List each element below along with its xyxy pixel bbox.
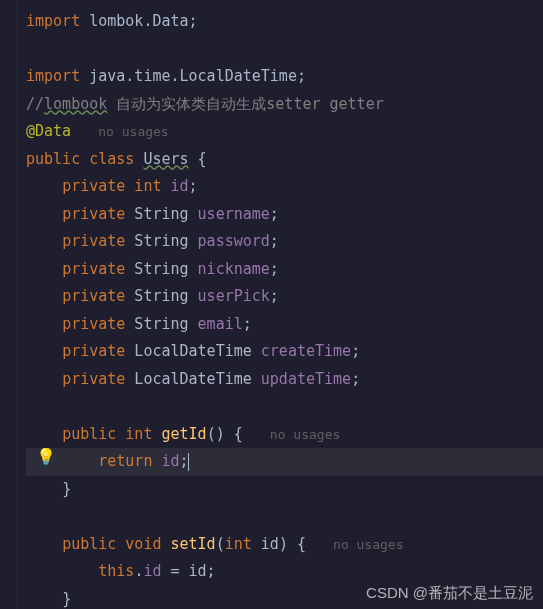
watermark: CSDN @番茄不是土豆泥 xyxy=(366,584,533,603)
usage-hint: no usages xyxy=(270,427,340,442)
code-line: import java.time.LocalDateTime; xyxy=(26,63,543,91)
code-line xyxy=(26,393,543,421)
code-line: @Data no usages xyxy=(26,118,543,146)
code-line: private String username; xyxy=(26,201,543,229)
code-line xyxy=(26,503,543,531)
usage-hint: no usages xyxy=(98,124,168,139)
code-line: } xyxy=(26,476,543,504)
code-line: public class Users { xyxy=(26,146,543,174)
code-area[interactable]: import lombok.Data; import java.time.Loc… xyxy=(18,0,543,609)
text-cursor xyxy=(188,453,189,471)
code-line: private String email; xyxy=(26,311,543,339)
code-line: //lombook 自动为实体类自动生成setter getter xyxy=(26,91,543,119)
code-line: private LocalDateTime createTime; xyxy=(26,338,543,366)
code-line xyxy=(26,36,543,64)
usage-hint: no usages xyxy=(333,537,403,552)
code-line: public void setId(int id) { no usages xyxy=(26,531,543,559)
code-line: import lombok.Data; xyxy=(26,8,543,36)
code-line: private int id; xyxy=(26,173,543,201)
code-line: private LocalDateTime updateTime; xyxy=(26,366,543,394)
code-line: private String userPick; xyxy=(26,283,543,311)
gutter xyxy=(0,0,18,609)
code-line: this.id = id; xyxy=(26,558,543,586)
code-line-active: return id; xyxy=(26,448,543,476)
code-editor[interactable]: import lombok.Data; import java.time.Loc… xyxy=(0,0,543,609)
code-line: private String password; xyxy=(26,228,543,256)
code-line: public int getId() { no usages xyxy=(26,421,543,449)
lightbulb-icon[interactable]: 💡 xyxy=(36,447,56,466)
code-line: private String nickname; xyxy=(26,256,543,284)
